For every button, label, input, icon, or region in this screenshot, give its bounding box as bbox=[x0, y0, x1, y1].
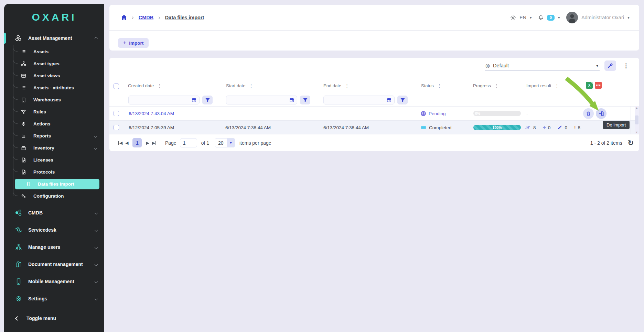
sidebar-item-label: Mobile Management bbox=[28, 279, 74, 284]
table-row[interactable]: 6/13/2024 7:43:04 AM Pending 0% - bbox=[109, 107, 639, 120]
sidebar-item-asset-types[interactable]: Asset types bbox=[4, 58, 104, 70]
caret-down-icon: ▾ bbox=[596, 63, 598, 68]
table-header: Created date ⋮ Start date ⋮ End date ⋮ S… bbox=[109, 74, 639, 107]
calendar-icon[interactable] bbox=[387, 98, 391, 102]
import-button[interactable]: + Import bbox=[118, 38, 149, 48]
column-menu-icon[interactable]: ⋮ bbox=[437, 83, 442, 88]
refresh-button[interactable]: ↻ bbox=[627, 139, 634, 146]
start-date-filter-button[interactable] bbox=[300, 96, 310, 104]
list-icon bbox=[21, 49, 28, 55]
column-header-start-date[interactable]: Start date ⋮ bbox=[226, 83, 253, 88]
view-select-value: Default bbox=[493, 63, 593, 68]
logo-container: OXARI bbox=[4, 4, 104, 31]
sidebar-item-configuration[interactable]: Configuration bbox=[4, 190, 104, 202]
document-pencil-icon bbox=[21, 169, 28, 175]
items-per-page-select[interactable]: 20 ▾ bbox=[215, 138, 235, 147]
sidebar-item-warehouses[interactable]: Warehouses bbox=[4, 94, 104, 106]
user-name[interactable]: Administrator Oxari bbox=[581, 15, 624, 20]
sidebar-item-cmdb[interactable]: CMDB bbox=[4, 204, 104, 221]
sidebar-item-rules[interactable]: Rules bbox=[4, 106, 104, 118]
created-date-filter-button[interactable] bbox=[202, 96, 213, 104]
sidebar-item-actions[interactable]: Actions bbox=[4, 118, 104, 130]
sidebar-item-assets-attributes[interactable]: Assets - attributes bbox=[4, 82, 104, 94]
column-header-created-date[interactable]: Created date ⋮ bbox=[128, 83, 162, 88]
breadcrumb-cmdb-link[interactable]: CMDB bbox=[139, 15, 154, 20]
column-label: Progress bbox=[473, 83, 491, 88]
sidebar-item-licenses[interactable]: Licenses bbox=[4, 154, 104, 166]
sidebar-item-protocols[interactable]: Protocols bbox=[4, 166, 104, 178]
calendar-icon[interactable] bbox=[289, 98, 294, 102]
next-page-icon: ▶ bbox=[146, 141, 149, 145]
column-label: Import result bbox=[526, 83, 551, 88]
bell-icon[interactable] bbox=[538, 15, 544, 21]
grid-menu-button[interactable]: ⋮ bbox=[621, 61, 631, 71]
sidebar-item-manage-users[interactable]: Manage users bbox=[4, 239, 104, 256]
created-date-filter bbox=[128, 96, 213, 104]
gear-icon[interactable] bbox=[510, 15, 516, 21]
chart-icon bbox=[21, 133, 28, 139]
column-menu-icon[interactable]: ⋮ bbox=[494, 83, 499, 88]
export-excel-icon[interactable]: X bbox=[586, 82, 593, 89]
caret-down-icon[interactable]: ▾ bbox=[530, 15, 532, 20]
scroll-down-icon[interactable]: ▼ bbox=[636, 131, 638, 133]
view-select[interactable]: ◎ Default ▾ bbox=[485, 60, 600, 71]
caret-down-icon[interactable]: ▾ bbox=[627, 15, 630, 20]
sidebar-item-label: Asset Management bbox=[28, 35, 72, 41]
sidebar-item-data-files-import[interactable]: Data files import bbox=[15, 179, 99, 189]
previous-page-button[interactable]: ◀ bbox=[124, 139, 130, 147]
language-selector[interactable]: EN bbox=[519, 15, 526, 20]
created-date-filter-input[interactable] bbox=[128, 96, 200, 104]
export-pdf-icon[interactable]: PDF bbox=[595, 82, 602, 89]
page-input[interactable] bbox=[180, 138, 197, 147]
do-import-button[interactable] bbox=[596, 108, 607, 119]
end-date-filter-input[interactable] bbox=[323, 96, 395, 104]
sidebar-item-settings[interactable]: Settings bbox=[4, 290, 104, 307]
column-label: End date bbox=[323, 83, 341, 88]
column-label: Start date bbox=[226, 83, 245, 88]
column-menu-icon[interactable]: ⋮ bbox=[555, 83, 559, 88]
home-icon[interactable] bbox=[121, 15, 127, 20]
column-label: Created date bbox=[128, 83, 154, 88]
sidebar-item-inventory[interactable]: Inventory bbox=[4, 142, 104, 154]
sidebar-item-label: Servicedesk bbox=[28, 227, 56, 233]
row-checkbox[interactable] bbox=[114, 111, 119, 116]
column-header-end-date[interactable]: End date ⋮ bbox=[323, 83, 349, 88]
first-page-button[interactable]: ◀ bbox=[117, 139, 124, 147]
toggle-menu-button[interactable]: Toggle menu bbox=[4, 311, 104, 326]
scrollbar-thumb[interactable] bbox=[635, 115, 638, 124]
column-menu-icon[interactable]: ⋮ bbox=[249, 83, 253, 88]
column-menu-icon[interactable]: ⋮ bbox=[157, 83, 162, 88]
status-cell: Completed bbox=[421, 121, 451, 134]
vertical-scrollbar[interactable]: ▲ ▼ bbox=[635, 106, 639, 134]
page-number-button[interactable]: 1 bbox=[132, 138, 142, 147]
column-menu-icon[interactable]: ⋮ bbox=[345, 83, 349, 88]
grid-settings-button[interactable] bbox=[604, 60, 616, 71]
caret-down-icon[interactable]: ▾ bbox=[558, 15, 560, 20]
sidebar-item-asset-views[interactable]: Asset views bbox=[4, 70, 104, 82]
calendar-icon[interactable] bbox=[192, 98, 196, 102]
end-date-filter-button[interactable] bbox=[397, 96, 408, 104]
table-row[interactable]: 6/12/2024 7:05:39 AM 6/13/2024 7:38:44 A… bbox=[109, 120, 639, 134]
select-all-checkbox[interactable] bbox=[114, 84, 119, 89]
chevron-down-icon bbox=[95, 297, 98, 300]
column-header-progress[interactable]: Progress ⋮ bbox=[473, 83, 499, 88]
sidebar-item-assets[interactable]: Assets bbox=[4, 46, 104, 58]
column-header-import-result[interactable]: Import result ⋮ bbox=[526, 83, 559, 88]
import-button-label: Import bbox=[129, 41, 143, 46]
delete-button[interactable] bbox=[583, 108, 594, 119]
notification-badge[interactable]: 0 bbox=[547, 15, 555, 21]
sidebar-item-document-management[interactable]: Document management bbox=[4, 256, 104, 273]
last-page-button[interactable]: ▶ bbox=[151, 139, 158, 147]
sidebar-item-servicedesk[interactable]: Servicedesk bbox=[4, 221, 104, 239]
sidebar-item-reports[interactable]: Reports bbox=[4, 130, 104, 142]
created-date-cell[interactable]: 6/13/2024 7:43:04 AM bbox=[129, 107, 174, 120]
row-checkbox[interactable] bbox=[114, 125, 119, 130]
column-header-status[interactable]: Status ⋮ bbox=[421, 83, 442, 88]
sidebar-item-mobile-management[interactable]: Mobile Management bbox=[4, 273, 104, 290]
next-page-button[interactable]: ▶ bbox=[144, 139, 150, 147]
scroll-up-icon[interactable]: ▲ bbox=[636, 107, 638, 109]
avatar[interactable] bbox=[566, 12, 578, 23]
sidebar-item-label: Configuration bbox=[33, 193, 64, 199]
start-date-filter-input[interactable] bbox=[226, 96, 297, 104]
sidebar-item-asset-management[interactable]: Asset Management bbox=[4, 31, 104, 46]
